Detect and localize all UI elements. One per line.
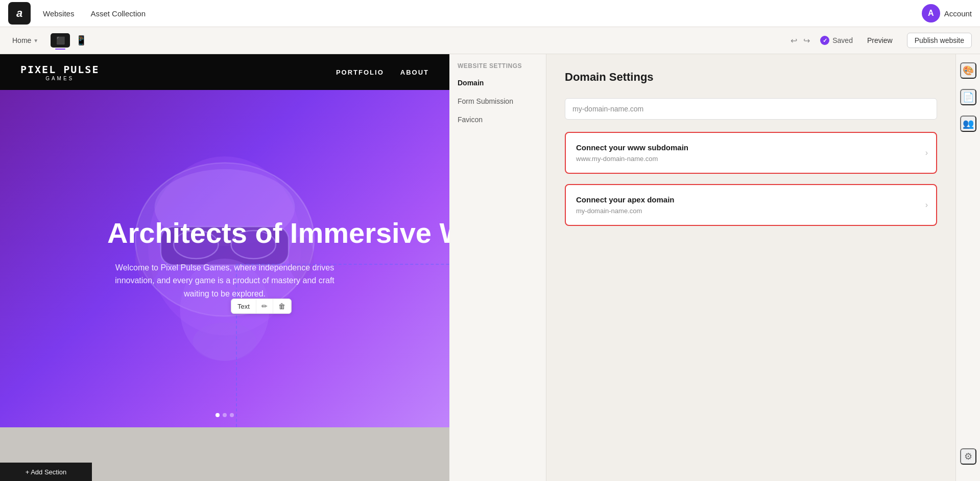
hero-subtitle: Welcome to Pixel Pulse Games, where inde…: [107, 261, 342, 300]
redo-button[interactable]: ↪: [801, 35, 812, 47]
preview-button[interactable]: Preview: [861, 33, 899, 48]
sidebar-item-form-submission[interactable]: Form Submission: [449, 92, 546, 110]
right-toolbar-bottom: ⚙: [960, 448, 976, 473]
site-logo: PIXEL PULSE GAMES: [20, 63, 99, 81]
saved-status: Saved: [820, 36, 853, 45]
domain-panel: Domain Settings Connect your www subdoma…: [546, 54, 955, 481]
toolbar-left: Home ▼: [8, 34, 42, 47]
people-icon: 👥: [963, 118, 974, 129]
add-section-label: + Add Section: [26, 468, 67, 476]
apex-card[interactable]: Connect your apex domain my-domain-name.…: [565, 184, 937, 226]
nav-websites[interactable]: Websites: [43, 9, 74, 18]
delete-icon[interactable]: 🗑: [273, 299, 291, 313]
sidebar-header: Website Settings: [449, 62, 546, 74]
toolbar-right: ↩ ↪ Saved Preview Publish website: [788, 33, 972, 48]
top-nav: a Websites Asset Collection A Account: [0, 0, 980, 27]
chevron-down-icon: ▼: [33, 38, 38, 43]
svg-point-7: [193, 323, 257, 361]
page-dot-3: [230, 413, 234, 417]
account-button[interactable]: A Account: [922, 4, 972, 22]
page-icon: 📄: [963, 91, 974, 103]
site-logo-sub: GAMES: [45, 76, 74, 81]
view-switcher: ⬛ 📱: [51, 33, 88, 48]
pages-button[interactable]: 📄: [960, 89, 976, 105]
subdomain-card[interactable]: Connect your www subdomain www.my-domain…: [565, 132, 937, 174]
settings-sidebar: Website Settings Domain Form Submission …: [449, 54, 546, 481]
subdomain-card-title: Connect your www subdomain: [576, 143, 926, 152]
page-dots: [216, 413, 234, 417]
members-button[interactable]: 👥: [960, 116, 976, 132]
main-nav: Websites Asset Collection: [43, 9, 146, 18]
avatar: A: [922, 4, 940, 22]
website-preview: PIXEL PULSE GAMES PORTFOLIO ABOUT: [0, 54, 449, 481]
undo-button[interactable]: ↩: [788, 35, 799, 47]
domain-input[interactable]: [565, 98, 937, 120]
hero-title: Architects of Immersive Wor: [107, 217, 342, 249]
text-element-toolbar: Text ✏ 🗑: [231, 299, 292, 314]
gear-icon: ⚙: [964, 451, 972, 462]
canvas-area: PIXEL PULSE GAMES PORTFOLIO ABOUT: [0, 54, 449, 481]
palette-button[interactable]: 🎨: [960, 62, 976, 79]
apex-card-subtitle: my-domain-name.com: [576, 207, 926, 215]
text-toolbar-label: Text: [231, 300, 256, 313]
right-toolbar: 🎨 📄 👥 ⚙: [955, 54, 980, 481]
page-selector[interactable]: Home ▼: [8, 34, 42, 47]
desktop-icon: ⬛: [56, 36, 65, 44]
saved-label: Saved: [832, 36, 853, 44]
sidebar-item-favicon[interactable]: Favicon: [449, 110, 546, 129]
page-dot-1: [216, 413, 220, 417]
hero-section: Architects of Immersive Wor Welcome to P…: [0, 90, 449, 427]
palette-icon: 🎨: [963, 65, 974, 76]
add-section-bar[interactable]: + Add Section: [0, 463, 92, 481]
top-nav-right: A Account: [922, 4, 972, 22]
site-nav-links: PORTFOLIO ABOUT: [336, 68, 429, 76]
settings-button[interactable]: ⚙: [960, 448, 976, 465]
sidebar-item-domain[interactable]: Domain: [449, 74, 546, 92]
apex-card-title: Connect your apex domain: [576, 195, 926, 204]
edit-icon[interactable]: ✏: [256, 299, 273, 313]
account-label: Account: [944, 9, 972, 18]
subdomain-card-chevron-icon: ›: [925, 148, 928, 157]
undo-redo-group: ↩ ↪: [788, 35, 812, 47]
nav-asset-collection[interactable]: Asset Collection: [90, 9, 146, 18]
hero-content: Architects of Immersive Wor Welcome to P…: [77, 217, 373, 300]
saved-icon: [820, 36, 829, 45]
page-name: Home: [12, 36, 31, 44]
mobile-icon: 📱: [76, 35, 87, 46]
apex-card-chevron-icon: ›: [925, 200, 928, 210]
publish-button[interactable]: Publish website: [907, 33, 972, 48]
subdomain-card-subtitle: www.my-domain-name.com: [576, 155, 926, 163]
domain-panel-title: Domain Settings: [565, 71, 937, 84]
desktop-view-button[interactable]: ⬛: [51, 33, 70, 48]
site-nav-portfolio[interactable]: PORTFOLIO: [336, 68, 384, 76]
page-dot-2: [223, 413, 227, 417]
app-logo[interactable]: a: [8, 2, 31, 25]
main-area: PIXEL PULSE GAMES PORTFOLIO ABOUT: [0, 54, 980, 481]
site-logo-text: PIXEL PULSE: [20, 63, 99, 76]
mobile-view-button[interactable]: 📱: [74, 33, 88, 48]
editor-toolbar: Home ▼ ⬛ 📱 ↩ ↪ Saved Preview Publish web…: [0, 27, 980, 54]
site-navigation: PIXEL PULSE GAMES PORTFOLIO ABOUT: [0, 54, 449, 90]
site-nav-about[interactable]: ABOUT: [400, 68, 429, 76]
